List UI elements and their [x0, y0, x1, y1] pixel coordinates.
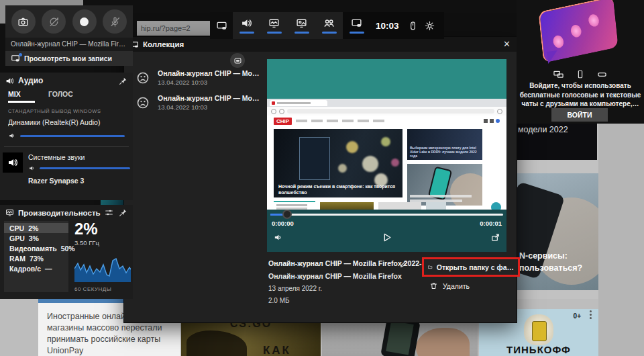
signin-promo-panel: Войдите, чтобы использовать бесплатные г… — [517, 0, 644, 124]
show-all-captures-button[interactable]: Просмотреть мои записи — [5, 51, 133, 66]
capture-timestamp: 13.04.2022 10:03 — [158, 79, 260, 86]
seek-handle[interactable] — [282, 210, 292, 219]
play-button[interactable] — [381, 232, 392, 243]
gallery-widget-button[interactable] — [343, 17, 370, 34]
audio-tabs: MIX ГОЛОС — [0, 89, 133, 103]
capture-timestamp: 13.04.2022 10:03 — [158, 103, 260, 111]
audio-title: Аудио — [18, 76, 43, 85]
active-indicator — [239, 32, 254, 34]
vpn-caption-line: пользоваться? — [519, 263, 582, 273]
widget-menu-button[interactable] — [210, 12, 233, 39]
capture-title: Онлайн-журнал CHIP — Mo… — [158, 69, 260, 77]
folder-icon — [428, 263, 433, 271]
record-last-button[interactable] — [42, 9, 66, 34]
replay-off-icon — [48, 16, 60, 28]
social-widget-button[interactable] — [315, 12, 343, 39]
record-dot-icon — [80, 17, 89, 26]
performance-widget-button[interactable] — [260, 12, 288, 39]
output-section-label: СТАНДАРТНЫЙ ВЫВОД WINDOWS — [8, 108, 125, 114]
metric-gpu[interactable]: GPU3% — [4, 233, 68, 243]
capture-widget-button[interactable] — [288, 12, 315, 39]
device-icons-row — [517, 69, 644, 79]
microphone-toggle-button[interactable] — [103, 9, 127, 34]
preview-browser-toolbar — [267, 107, 506, 116]
chip-logo: CHIP — [274, 118, 292, 125]
metric-ram[interactable]: RAM73% — [4, 253, 68, 263]
tab-mix[interactable]: MIX — [8, 90, 35, 103]
list-item[interactable]: Онлайн-журнал CHIP — Mo… 13.04.2022 10:0… — [136, 69, 260, 86]
audio-panel: Аудио MIX ГОЛОС СТАНДАРТНЫЙ ВЫВОД WINDOW… — [0, 73, 133, 200]
headline-line: принимать российские карты — [47, 334, 180, 345]
vpn-article-card: N-сервисы: пользоваться? — [514, 173, 598, 290]
metric-detail: 2% 3.50 ГГц 60 СЕКУНДЫ — [68, 221, 131, 292]
headline-line: UnionPay — [47, 345, 180, 356]
signin-button[interactable]: ВОЙТИ — [551, 108, 608, 122]
video-preview[interactable]: CHIP Ночной режим съемки в смартфоне: ка… — [267, 59, 506, 210]
side-card-text: Выбираем материнскую плату для Intel Ald… — [410, 146, 482, 158]
placeholder-face-icon — [136, 96, 150, 109]
tinkoff-crest — [524, 314, 553, 345]
start-recording-button[interactable] — [72, 9, 97, 34]
active-indicator — [350, 32, 364, 34]
cpu-big-value: 2% — [74, 221, 131, 237]
preview-hero-card: Ночной режим съемки в смартфоне: как тво… — [274, 129, 402, 197]
gallery-panel: Коллекция ✕ Онлайн-журнал CHIP — Mo… 13.… — [124, 37, 517, 322]
screenshot-button[interactable] — [11, 9, 36, 34]
system-sounds-label: Системные звуки — [28, 153, 130, 161]
elapsed-time: 0:00:00 — [272, 220, 294, 227]
widget-menu-icon — [216, 20, 227, 32]
volume-track[interactable] — [40, 167, 130, 169]
master-volume-slider[interactable] — [8, 132, 125, 140]
tab-voice[interactable]: ГОЛОС — [48, 90, 75, 103]
capture-window-title: Онлайн-журнал CHIP — Mozilla Firefox — [5, 38, 133, 51]
metric-cpu[interactable]: CPU2% — [4, 223, 68, 233]
people-icon — [323, 17, 335, 29]
app-icon — [3, 152, 23, 173]
thumbnail-view-toggle[interactable] — [230, 53, 245, 68]
capture-list: Онлайн-журнал CHIP — Mo… 13.04.2022 10:0… — [136, 69, 260, 119]
close-button[interactable]: ✕ — [503, 37, 511, 52]
gallery-icon — [351, 17, 362, 29]
settings-gear-icon[interactable] — [425, 21, 435, 31]
console-icon — [596, 69, 608, 79]
delete-button[interactable]: Удалить — [429, 281, 470, 290]
options-sliders-icon[interactable] — [105, 208, 113, 217]
metric-vram[interactable]: Видеопамять50% — [4, 243, 68, 253]
screen: hip.ru/?page=2 Иностранные онлайн магази… — [0, 0, 644, 356]
performance-header: Производительность — [0, 205, 133, 220]
active-indicator — [322, 32, 337, 34]
audio-widget-button[interactable] — [233, 12, 260, 39]
share-button[interactable] — [490, 232, 500, 242]
seek-bar[interactable] — [270, 214, 503, 216]
tinkoff-label: ТИНЬКОФФ — [479, 344, 598, 355]
open-folder-button[interactable]: Открыть папку с фа… — [422, 257, 520, 277]
show-captures-label: Просмотреть мои записи — [24, 54, 112, 62]
gamebar-toolbar: 10:03 — [210, 12, 444, 39]
audio-header: Аудио — [0, 73, 133, 89]
rename-pencil-icon[interactable] — [399, 259, 409, 269]
list-item[interactable]: Онлайн-журнал CHIP — Mo… 13.04.2022 10:0… — [136, 94, 260, 111]
mic-off-icon — [109, 16, 121, 28]
volume-button[interactable] — [273, 232, 283, 242]
metric-list: CPU2% GPU3% Видеопамять50% RAM73% Кадров… — [4, 221, 68, 292]
system-sounds-slider[interactable] — [28, 165, 130, 172]
metric-fps[interactable]: Кадров/с— — [4, 263, 68, 273]
capture-widget: Онлайн-журнал CHIP — Mozilla Firefox Про… — [5, 5, 133, 66]
delete-label: Удалить — [443, 282, 470, 290]
active-indicator — [267, 32, 282, 34]
pin-icon[interactable] — [119, 77, 127, 85]
speaker-icon — [8, 132, 16, 140]
gallery-header: Коллекция ✕ — [124, 37, 517, 52]
performance-panel: Производительность CPU2% GPU3% Видеопамя… — [0, 205, 133, 299]
mouse-passthrough-icon[interactable] — [408, 21, 418, 31]
speaker-icon — [7, 157, 18, 168]
placeholder-face-icon — [136, 71, 150, 85]
active-indicator — [294, 32, 309, 34]
browser-address-fragment: hip.ru/?page=2 — [137, 21, 215, 36]
pin-icon[interactable] — [119, 208, 127, 217]
preview-site-content: Ночной режим съемки в смартфоне: как тво… — [267, 126, 506, 210]
page-right-edge — [598, 120, 644, 356]
app-volume-row: Razer Synapse 3 — [28, 177, 133, 185]
volume-track[interactable] — [20, 135, 125, 137]
capture-buttons — [5, 5, 133, 38]
